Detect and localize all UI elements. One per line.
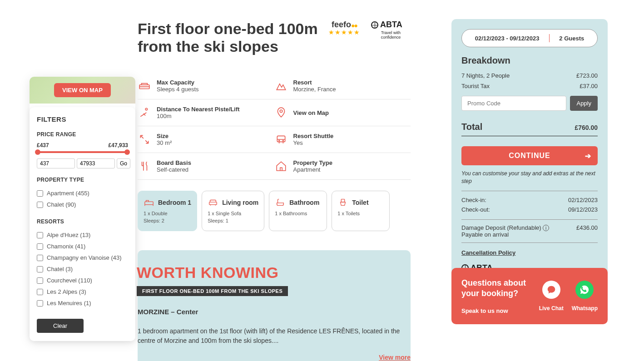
pill-separator [549,34,550,42]
resort-option[interactable]: Les Menuires (1) [37,297,128,309]
continue-note: You can customise your stay and add extr… [461,170,598,185]
option-label: Courchevel (110) [47,277,92,284]
room-tab-name: Bathroom [289,199,319,206]
room-tab-detail: 1 x Double [144,210,191,217]
shuttle-value: Yes [293,139,334,146]
room-tab-bathroom[interactable]: Bathroom 1 x Bathrooms [269,191,327,231]
arrow-right-icon: ➔ [585,152,591,160]
breakdown-title: Breakdown [461,55,598,66]
checkin-label: Check-in: [461,197,486,203]
property-type-label: PROPERTY TYPE [37,177,128,183]
clear-filters-button[interactable]: Clear [37,319,84,333]
view-more-link[interactable]: View more [138,354,411,361]
price-range-label: PRICE RANGE [37,131,128,138]
svg-rect-6 [145,202,153,204]
filter-panel: VIEW ON MAP FILTERS PRICE RANGE £437 £47… [30,77,135,341]
deposit-sub: Payable on arrival [461,231,549,238]
room-tab-name: Bedroom 1 [158,199,191,206]
resort-option[interactable]: Courchevel (110) [37,275,128,286]
resort-option[interactable]: Champagny en Vanoise (43) [37,252,128,263]
size-label: Size [157,133,172,139]
slider-thumb-min[interactable] [35,149,40,155]
option-label: Champagny en Vanoise (43) [47,254,122,261]
whatsapp-icon [575,281,594,299]
line-label: 7 Nights, 2 People [461,72,510,79]
view-on-map-button[interactable]: VIEW ON MAP [54,83,111,97]
whatsapp-option[interactable]: Whatsapp [572,281,598,312]
sofa-icon [208,198,218,208]
view-on-map-link[interactable]: View on Map [274,99,411,126]
price-slider[interactable] [37,151,128,153]
checkbox[interactable] [37,202,43,208]
room-tab-toilet[interactable]: Toilet 1 x Toilets [332,191,390,231]
info-icon[interactable]: i [543,225,549,231]
map-link-label: View on Map [293,109,329,116]
checkbox[interactable] [37,190,43,197]
resort-option[interactable]: Chatel (3) [37,263,128,275]
slider-thumb-max[interactable] [124,149,130,155]
whatsapp-label: Whatsapp [572,305,598,312]
room-tab-name: Living room [222,199,258,206]
line-value: £37.00 [580,83,598,89]
resort-label: Resort [293,79,336,86]
resort-option[interactable]: Les 2 Alpes (3) [37,286,128,297]
option-label: Chalet (90) [47,201,76,208]
line-label: Tourist Tax [461,83,490,89]
live-chat-option[interactable]: Live Chat [539,281,564,312]
option-label: Les Menuires (1) [47,300,91,307]
checkbox[interactable] [37,266,43,272]
checkout-label: Check-out: [461,206,490,213]
option-label: Les 2 Alpes (3) [47,288,86,295]
abta-logo-text: ABTA [380,20,402,30]
line-value: £723.00 [576,72,598,79]
room-tab-detail: 1 x Single Sofa [208,210,258,217]
page-title: First floor one-bed 100m from the ski sl… [138,20,328,55]
price-go-button[interactable]: Go [117,158,130,168]
svg-rect-8 [342,199,345,202]
checkbox[interactable] [37,232,43,238]
feefo-badge: feefo●● ★★★★★ [328,20,360,36]
booking-panel: 02/12/2023 - 09/12/2023 2 Guests Breakdo… [451,19,608,288]
booking-summary-pill[interactable]: 02/12/2023 - 09/12/2023 2 Guests [461,29,598,47]
board-value: Self-catered [157,166,191,173]
questions-panel: Questions about your booking? Speak to u… [451,268,608,324]
bed-icon [139,80,150,92]
worth-location: MORZINE – Center [138,308,411,316]
checkbox[interactable] [37,255,43,261]
resort-value: Morzine, France [293,86,336,93]
resorts-label: RESORTS [37,218,128,225]
booking-dates: 02/12/2023 - 09/12/2023 [475,35,540,42]
checkbox[interactable] [37,243,43,250]
checkbox[interactable] [37,300,43,307]
svg-point-2 [280,110,282,112]
checkin-value: 02/12/2023 [568,197,598,203]
capacity-label: Max Capacity [157,79,199,86]
svg-rect-7 [209,202,217,205]
questions-subtitle: Speak to us now [461,307,531,314]
questions-title: Questions about your booking? [461,278,531,299]
price-max-input[interactable] [77,158,115,168]
checkbox[interactable] [37,289,43,295]
room-tab-living[interactable]: Living room 1 x Single Sofa Sleeps: 1 [202,191,264,231]
resort-option[interactable]: Alpe d'Huez (13) [37,229,128,241]
continue-label: CONTINUE [509,152,550,159]
utensils-icon [139,160,150,172]
option-label: Alpe d'Huez (13) [47,232,90,238]
pin-icon [275,107,287,119]
shuttle-label: Resort Shuttle [293,133,334,139]
price-min-display: £437 [37,142,49,148]
room-tab-detail: 1 x Toilets [337,210,384,217]
feefo-stars-icon: ★★★★★ [328,29,360,36]
resort-option[interactable]: Chamonix (41) [37,241,128,252]
apply-promo-button[interactable]: Apply [570,96,598,111]
cancellation-policy-link[interactable]: Cancellation Policy [461,249,515,256]
price-min-input[interactable] [37,158,75,168]
filters-title: FILTERS [37,115,128,123]
home-icon [275,160,287,172]
promo-code-input[interactable] [461,96,566,111]
continue-button[interactable]: CONTINUE ➔ [461,146,598,165]
property-type-option[interactable]: Apartment (455) [37,188,128,199]
checkbox[interactable] [37,277,43,284]
room-tab-bedroom[interactable]: Bedroom 1 1 x Double Sleeps: 2 [138,191,197,231]
property-type-option[interactable]: Chalet (90) [37,199,128,210]
